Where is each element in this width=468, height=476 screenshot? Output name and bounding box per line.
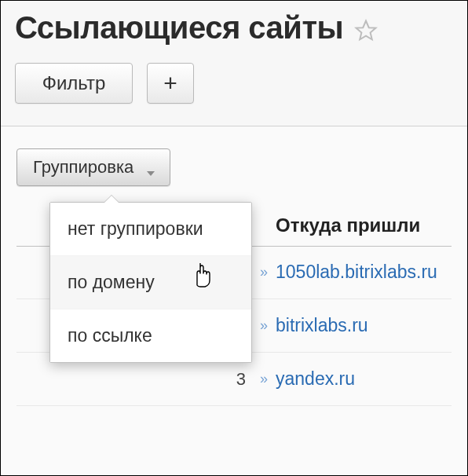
grouping-button-label: Группировка: [33, 157, 133, 178]
grouping-option-by-domain[interactable]: по домену: [50, 255, 251, 309]
column-header-source[interactable]: Откуда пришли: [276, 214, 420, 236]
grouping-option-by-link[interactable]: по ссылке: [50, 309, 251, 362]
title-row: Ссылающиеся сайты: [15, 10, 453, 46]
chevron-down-icon: [146, 163, 155, 172]
row-link[interactable]: bitrixlabs.ru: [276, 315, 368, 336]
grouping-dropdown-button[interactable]: Группировка: [16, 148, 170, 186]
favorite-star-icon[interactable]: [354, 19, 378, 42]
link-arrow-icon: »: [260, 317, 268, 334]
link-arrow-icon: »: [260, 264, 268, 280]
row-number: 3: [16, 369, 260, 390]
svg-marker-0: [356, 20, 376, 39]
grouping-dropdown-menu: нет группировки по домену по ссылке: [49, 202, 252, 363]
grouping-option-none[interactable]: нет группировки: [50, 203, 251, 255]
toolbar: Фильтр +: [15, 63, 453, 104]
add-button[interactable]: +: [147, 63, 194, 104]
svg-marker-1: [147, 171, 155, 176]
row-link[interactable]: 1050lab.bitrixlabs.ru: [276, 262, 437, 283]
row-link[interactable]: yandex.ru: [276, 368, 355, 390]
page-title: Ссылающиеся сайты: [15, 10, 343, 46]
link-arrow-icon: »: [260, 371, 268, 387]
filter-button[interactable]: Фильтр: [15, 63, 133, 104]
header: Ссылающиеся сайты Фильтр +: [1, 1, 467, 126]
